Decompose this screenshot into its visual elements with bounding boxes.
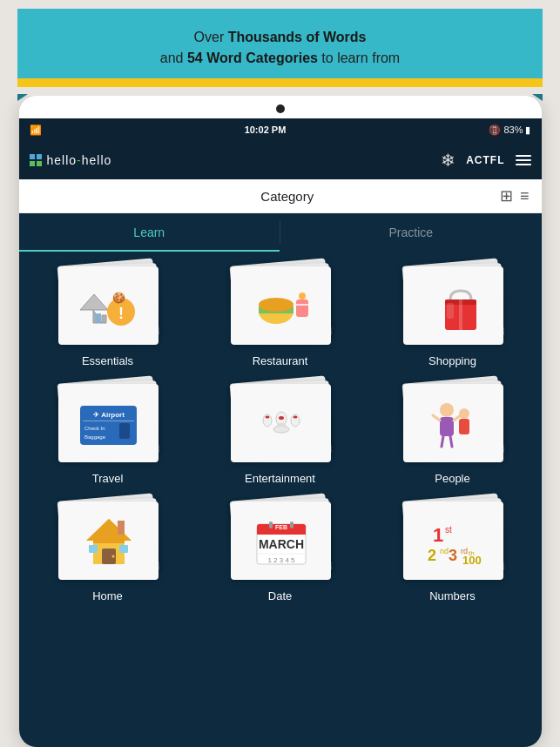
card-paper-d-main: FEB MARCH 1 2 3 4 5: [231, 501, 331, 580]
svg-rect-15: [447, 303, 454, 319]
entertainment-icon: [248, 393, 314, 454]
svg-point-11: [299, 293, 306, 299]
svg-text:✈ Airport: ✈ Airport: [93, 411, 125, 419]
shopping-label: Shopping: [428, 354, 476, 367]
svg-text:th: th: [469, 549, 475, 557]
category-item-essentials[interactable]: ! 🍪 Essentials: [28, 262, 188, 367]
card-stack-shopping: [396, 262, 509, 349]
card-paper-h-main: [58, 501, 159, 580]
card-stack-essentials: ! 🍪: [51, 262, 165, 349]
svg-rect-44: [118, 521, 125, 535]
svg-rect-43: [119, 545, 128, 553]
svg-point-27: [265, 416, 269, 419]
banner-line2: and 54 Word Categories to learn from: [160, 50, 400, 65]
svg-rect-33: [459, 419, 469, 434]
logo-text: hello-hello: [47, 153, 112, 167]
card-paper-main: ! 🍪: [58, 266, 159, 345]
svg-text:st: st: [445, 525, 452, 535]
category-item-entertainment[interactable]: Entertainment: [200, 380, 361, 485]
card-stack-entertainment: [224, 380, 337, 467]
category-bar: Category ⊞ ≡: [19, 179, 542, 213]
banner-right-fold: [532, 94, 543, 101]
status-time: 10:02 PM: [245, 124, 287, 135]
svg-rect-53: [290, 522, 293, 528]
device-frame: 📶 10:02 PM 📵 83% ▮ hello-hello: [19, 96, 542, 747]
card-paper-r-main: [231, 266, 331, 345]
battery-icon: ▮: [525, 124, 530, 136]
svg-text:nd: nd: [440, 547, 449, 555]
battery-percent: 83%: [503, 124, 523, 135]
card-paper-e-main: [231, 384, 331, 462]
numbers-icon: 1 st 2 nd 3 rd 100 th: [421, 510, 486, 571]
snowflake-icon: ❄: [441, 150, 455, 171]
category-item-restaurant[interactable]: Restaurant: [200, 262, 361, 367]
category-item-travel[interactable]: ✈ Airport Check In Baggage Travel: [28, 380, 188, 485]
numbers-label: Numbers: [429, 589, 476, 602]
svg-text:1  2  3  4  5: 1 2 3 4 5: [267, 556, 295, 564]
logo-row-bottom: [30, 161, 42, 166]
home-icon: [76, 510, 141, 571]
category-title: Category: [75, 189, 500, 204]
svg-point-25: [279, 416, 284, 420]
banner-left-fold: [17, 94, 28, 101]
svg-text:🍪: 🍪: [112, 291, 125, 304]
banner-categories: 54 Word Categories: [187, 50, 318, 65]
tab-learn-label: Learn: [133, 225, 165, 239]
status-left: 📶: [30, 124, 42, 136]
essentials-label: Essentials: [82, 354, 133, 367]
shopping-icon: [421, 275, 486, 336]
banner-text: Over Thousands of Words and 54 Word Cate…: [160, 27, 400, 69]
svg-rect-52: [269, 522, 273, 528]
tab-practice[interactable]: Practice: [280, 213, 542, 252]
category-item-home[interactable]: Home: [28, 497, 188, 602]
category-item-people[interactable]: People: [373, 380, 533, 485]
svg-text:Baggage: Baggage: [84, 434, 106, 440]
tab-practice-label: Practice: [388, 225, 433, 239]
svg-text:2: 2: [428, 547, 436, 564]
people-label: People: [435, 472, 469, 485]
logo-row-top: [30, 154, 42, 159]
svg-rect-9: [296, 299, 308, 317]
svg-rect-42: [89, 545, 98, 553]
svg-marker-1: [80, 294, 108, 310]
card-stack-restaurant: [224, 262, 337, 349]
grid-view-icon[interactable]: ⊞: [500, 186, 513, 205]
logo-sq-green-2: [37, 161, 42, 166]
logo-hello-left: hello: [47, 153, 78, 167]
svg-point-41: [111, 555, 114, 558]
list-view-icon[interactable]: ≡: [520, 187, 530, 205]
logo-sq-blue-1: [30, 154, 35, 159]
entertainment-label: Entertainment: [245, 472, 315, 485]
banner-line1: Over Thousands of Words: [194, 30, 367, 44]
camera-dot: [276, 104, 285, 113]
home-label: Home: [92, 589, 123, 602]
tab-learn[interactable]: Learn: [19, 213, 280, 252]
camera-bar: [19, 96, 542, 118]
svg-point-32: [459, 408, 469, 419]
svg-line-34: [433, 415, 440, 421]
restaurant-icon: [248, 275, 314, 336]
category-grid: ! 🍪 Essentials: [28, 262, 533, 602]
svg-rect-2: [95, 313, 101, 323]
menu-line-1: [516, 155, 531, 157]
wifi-icon: 📶: [30, 124, 42, 136]
card-paper-n-main: 1 st 2 nd 3 rd 100 th: [403, 501, 503, 580]
app-header: hello-hello ❄ ACTFL: [19, 141, 542, 179]
svg-rect-18: [83, 421, 134, 421]
grid-area: ! 🍪 Essentials: [19, 252, 542, 747]
category-item-date[interactable]: FEB MARCH 1 2 3 4 5 Date: [200, 497, 361, 602]
category-item-shopping[interactable]: Shopping: [373, 262, 533, 367]
category-item-numbers[interactable]: 1 st 2 nd 3 rd 100 th: [373, 497, 533, 602]
svg-rect-21: [119, 423, 130, 439]
svg-point-30: [440, 403, 454, 417]
card-stack-numbers: 1 st 2 nd 3 rd 100 th: [396, 497, 509, 584]
menu-button[interactable]: [516, 155, 531, 165]
logo: hello-hello: [30, 153, 112, 167]
people-icon: [421, 393, 486, 454]
svg-point-8: [259, 298, 293, 312]
banner: Over Thousands of Words and 54 Word Cate…: [0, 0, 560, 96]
view-icons: ⊞ ≡: [500, 186, 530, 205]
logo-sq-blue-2: [37, 154, 42, 159]
date-icon: FEB MARCH 1 2 3 4 5: [248, 510, 314, 571]
restaurant-label: Restaurant: [253, 354, 308, 367]
